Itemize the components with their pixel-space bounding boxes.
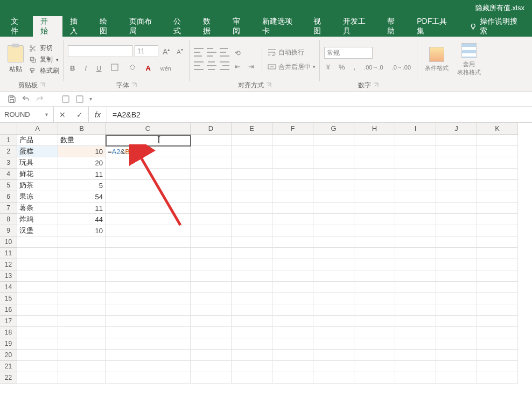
cell-K5[interactable]	[477, 180, 518, 191]
cell-E2[interactable]	[232, 146, 272, 157]
row-header-22[interactable]: 22	[0, 372, 17, 384]
cell-I5[interactable]	[395, 180, 436, 191]
col-header-J[interactable]: J	[436, 123, 477, 135]
increase-decimal-button[interactable]: .00→.0	[362, 62, 385, 72]
cell-D14[interactable]	[191, 282, 232, 293]
cell-B7[interactable]: 11	[58, 203, 106, 214]
cell-F3[interactable]	[272, 157, 313, 169]
cell-D10[interactable]	[191, 236, 232, 248]
row-header-16[interactable]: 16	[0, 304, 17, 316]
select-all-corner[interactable]	[0, 123, 17, 135]
launcher-icon[interactable]	[266, 82, 271, 88]
align-left-button[interactable]	[194, 61, 204, 70]
cell-I20[interactable]	[395, 350, 436, 361]
cell-G8[interactable]	[313, 214, 354, 225]
font-size-select[interactable]	[135, 45, 158, 57]
cell-I7[interactable]	[395, 203, 436, 214]
row-header-19[interactable]: 19	[0, 338, 17, 350]
col-header-K[interactable]: K	[477, 123, 518, 135]
cell-I11[interactable]	[395, 248, 436, 259]
cell-D1[interactable]	[191, 135, 232, 146]
format-as-table-button[interactable]: 套用 表格格式	[454, 43, 484, 76]
cell-K13[interactable]	[477, 270, 518, 282]
cell-G1[interactable]	[313, 135, 354, 146]
cell-H16[interactable]	[354, 304, 395, 316]
cell-E8[interactable]	[232, 214, 272, 225]
cell-A13[interactable]	[17, 270, 58, 282]
cell-D8[interactable]	[191, 214, 232, 225]
cell-E22[interactable]	[232, 372, 272, 384]
cell-C20[interactable]	[106, 350, 191, 361]
cell-J3[interactable]	[436, 157, 477, 169]
cell-H12[interactable]	[354, 259, 395, 270]
cell-A15[interactable]	[17, 293, 58, 304]
cell-I18[interactable]	[395, 327, 436, 338]
row-header-8[interactable]: 8	[0, 214, 17, 225]
cell-C8[interactable]	[106, 214, 191, 225]
cell-C16[interactable]	[106, 304, 191, 316]
col-header-D[interactable]: D	[191, 123, 232, 135]
underline-button[interactable]: U	[94, 63, 103, 73]
tab-pdf[interactable]: PDF工具集	[409, 16, 460, 37]
cell-C2[interactable]: =A2&B2	[106, 146, 191, 157]
col-header-B[interactable]: B	[58, 123, 106, 135]
cell-C10[interactable]	[106, 236, 191, 248]
cell-J17[interactable]	[436, 316, 477, 327]
cell-B20[interactable]	[58, 350, 106, 361]
cell-F9[interactable]	[272, 225, 313, 236]
cell-B19[interactable]	[58, 338, 106, 350]
cell-A22[interactable]	[17, 372, 58, 384]
cell-D12[interactable]	[191, 259, 232, 270]
cell-B4[interactable]: 11	[58, 169, 106, 180]
redo-icon[interactable]	[36, 95, 44, 103]
row-header-12[interactable]: 12	[0, 259, 17, 270]
paste-button[interactable]: 粘贴	[4, 44, 27, 75]
cell-J10[interactable]	[436, 236, 477, 248]
cell-C4[interactable]	[106, 169, 191, 180]
cell-G5[interactable]	[313, 180, 354, 191]
cell-G17[interactable]	[313, 316, 354, 327]
decrease-font-button[interactable]: A▾	[174, 46, 185, 56]
cell-I19[interactable]	[395, 338, 436, 350]
cell-J20[interactable]	[436, 350, 477, 361]
cell-C14[interactable]	[106, 282, 191, 293]
tab-home[interactable]: 开始	[33, 16, 62, 37]
cell-F21[interactable]	[272, 361, 313, 372]
cell-H4[interactable]	[354, 169, 395, 180]
cell-K11[interactable]	[477, 248, 518, 259]
cell-I22[interactable]	[395, 372, 436, 384]
col-header-E[interactable]: E	[232, 123, 272, 135]
row-header-11[interactable]: 11	[0, 248, 17, 259]
col-header-F[interactable]: F	[272, 123, 313, 135]
cell-E6[interactable]	[232, 191, 272, 203]
cell-J4[interactable]	[436, 169, 477, 180]
cell-A16[interactable]	[17, 304, 58, 316]
row-header-21[interactable]: 21	[0, 361, 17, 372]
cell-F16[interactable]	[272, 304, 313, 316]
cancel-formula-button[interactable]: ✕	[54, 110, 71, 119]
cell-A10[interactable]	[17, 236, 58, 248]
conditional-format-button[interactable]: 条件格式	[422, 47, 452, 72]
cell-I21[interactable]	[395, 361, 436, 372]
cell-B8[interactable]: 44	[58, 214, 106, 225]
cell-K22[interactable]	[477, 372, 518, 384]
cell-I6[interactable]	[395, 191, 436, 203]
cell-H11[interactable]	[354, 248, 395, 259]
cell-I17[interactable]	[395, 316, 436, 327]
row-header-15[interactable]: 15	[0, 293, 17, 304]
cell-D2[interactable]	[191, 146, 232, 157]
tab-insert[interactable]: 插入	[62, 16, 92, 37]
launcher-icon[interactable]	[40, 82, 45, 88]
cell-E16[interactable]	[232, 304, 272, 316]
cell-F1[interactable]	[272, 135, 313, 146]
cell-D16[interactable]	[191, 304, 232, 316]
cell-A2[interactable]: 蛋糕	[17, 146, 58, 157]
cell-K6[interactable]	[477, 191, 518, 203]
cell-I8[interactable]	[395, 214, 436, 225]
cell-E21[interactable]	[232, 361, 272, 372]
cell-K16[interactable]	[477, 304, 518, 316]
cell-E10[interactable]	[232, 236, 272, 248]
cell-A20[interactable]	[17, 350, 58, 361]
cell-K15[interactable]	[477, 293, 518, 304]
cell-C22[interactable]	[106, 372, 191, 384]
